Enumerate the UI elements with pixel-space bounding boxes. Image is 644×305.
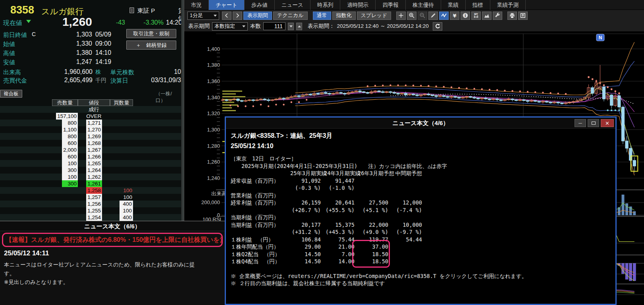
earnings-value: 18.50 bbox=[358, 258, 391, 265]
zoom-in-button[interactable] bbox=[407, 12, 416, 20]
svg-text:1,400: 1,400 bbox=[207, 46, 220, 52]
sell-quantity[interactable]: 300 bbox=[62, 167, 78, 174]
reset-range-button[interactable] bbox=[433, 22, 442, 31]
tab-歩み値[interactable]: 歩み値 bbox=[245, 0, 275, 10]
prev-bar-button[interactable] bbox=[222, 12, 231, 20]
tab-市況[interactable]: 市況 bbox=[184, 0, 209, 10]
add-button[interactable] bbox=[396, 12, 406, 20]
buy-quantity[interactable]: 400 bbox=[120, 201, 133, 207]
open-time: 09:00 bbox=[95, 40, 111, 47]
price-level[interactable]: 1,265 bbox=[86, 160, 102, 167]
price-level[interactable]: 1,254 bbox=[86, 214, 102, 221]
price-level[interactable]: 1,262 bbox=[86, 174, 102, 180]
earnings-value bbox=[391, 184, 425, 192]
earnings-value: (+9.0 %) bbox=[358, 228, 391, 236]
info-button[interactable]: i bbox=[461, 12, 470, 20]
stock-code: 8358 bbox=[10, 4, 34, 16]
register-symbol-button[interactable]: ＋ 銘柄登録 bbox=[126, 41, 176, 50]
interval-select[interactable]: 1分足 bbox=[187, 12, 219, 20]
period-bar: 表示期間 本数指定 本数 表示期間： 2025/05/12 12:40 ～ 20… bbox=[184, 21, 644, 32]
draw-button[interactable] bbox=[428, 12, 438, 20]
tab-業績予測[interactable]: 業績予測 bbox=[490, 0, 526, 10]
price-level[interactable]: 1,256 bbox=[86, 201, 102, 207]
news-bottom-title[interactable]: ニュース本文（6/6） bbox=[0, 221, 225, 231]
tab-時系列[interactable]: 時系列 bbox=[310, 0, 341, 10]
export-button[interactable] bbox=[518, 12, 528, 20]
tab-株主優待[interactable]: 株主優待 bbox=[406, 0, 441, 10]
earnings-value: 27,500 bbox=[358, 199, 391, 207]
over-price[interactable]: OVER bbox=[78, 113, 110, 120]
tab-ニュース[interactable]: ニュース bbox=[275, 0, 310, 10]
price-level[interactable]: 1,270 bbox=[86, 126, 102, 133]
buy-quantity[interactable]: 400 bbox=[120, 214, 133, 221]
sell-quantity[interactable]: 100 bbox=[62, 160, 78, 167]
buy-quantity[interactable]: 100 bbox=[120, 207, 133, 214]
sell-quantity[interactable]: 157,100 bbox=[56, 113, 78, 120]
earnings-row-label bbox=[231, 207, 290, 214]
currency-button[interactable]: ¥ bbox=[450, 12, 459, 20]
close-button[interactable]: ✕ bbox=[601, 119, 614, 127]
earnings-value: 91,447 bbox=[324, 177, 358, 185]
tab-指標[interactable]: 指標 bbox=[466, 0, 490, 10]
period-mode-select[interactable]: 本数指定 bbox=[212, 22, 248, 31]
next-bar-button[interactable] bbox=[233, 12, 242, 20]
price-level[interactable]: 1,264 bbox=[86, 167, 102, 174]
price-level[interactable]: 1,258 bbox=[86, 187, 102, 194]
maximize-button[interactable] bbox=[588, 119, 599, 127]
price-level[interactable]: 1,268 bbox=[86, 140, 102, 147]
tab-チャート[interactable]: チャート bbox=[209, 0, 245, 10]
minimize-button[interactable]: ─ bbox=[575, 119, 586, 127]
normal-button[interactable]: 通常 bbox=[313, 12, 331, 20]
tab-業績[interactable]: 業績 bbox=[441, 0, 466, 10]
news-headline-highlight: 【速報】スルガ銀、発行済み株式の6.80%・150億円を上限に自社株買いを決議 bbox=[2, 233, 223, 247]
sell-quantity[interactable]: 600 bbox=[62, 153, 78, 160]
sell-quantity[interactable]: 800 bbox=[62, 133, 78, 140]
price-level[interactable]: 1,255 bbox=[86, 207, 102, 214]
price-level[interactable]: 1,266 bbox=[86, 153, 102, 160]
earnings-value: (+45.3 %) bbox=[324, 228, 358, 236]
earnings-value: (+31.2 %) bbox=[290, 228, 324, 236]
zoom-out-button[interactable] bbox=[418, 12, 427, 20]
buy-quantity[interactable]: 100 bbox=[123, 194, 133, 200]
popup-titlebar[interactable]: ニュース本文（4/6） ─ ✕ bbox=[226, 118, 615, 129]
count-increment-button[interactable] bbox=[296, 23, 302, 30]
turnover-unit: 千円 bbox=[95, 77, 106, 84]
technical-button[interactable]: テクニカル bbox=[273, 12, 308, 20]
bar-count-input[interactable] bbox=[263, 22, 285, 30]
price-level[interactable]: 1,257 bbox=[86, 194, 102, 201]
orderbook-row: 1,258100 bbox=[0, 187, 181, 194]
sell-quantity[interactable]: 1,100 bbox=[62, 126, 78, 133]
sell-quantity[interactable]: 2,000 bbox=[62, 147, 78, 153]
orderbook-header-売数量: 売数量 bbox=[52, 99, 78, 106]
display-period-button[interactable]: 表示期間 bbox=[243, 12, 272, 20]
price-level[interactable]: 1,271 bbox=[86, 120, 102, 126]
settings-button[interactable] bbox=[493, 12, 502, 20]
sell-quantity[interactable]: 600 bbox=[62, 140, 78, 147]
composite-board-button[interactable]: 複合板 bbox=[0, 90, 22, 98]
print-button[interactable] bbox=[507, 12, 517, 20]
tab-四季報[interactable]: 四季報 bbox=[376, 0, 406, 10]
document-icon[interactable] bbox=[129, 7, 135, 15]
svg-text:1,280: 1,280 bbox=[207, 143, 220, 149]
line-mode-button[interactable] bbox=[439, 12, 449, 20]
indexed-button[interactable]: 指数化 bbox=[332, 12, 356, 20]
spread-button[interactable]: スプレッド bbox=[357, 12, 391, 20]
tab-適時開示[interactable]: 適時開示 bbox=[340, 0, 376, 10]
earnings-value: 119.77 bbox=[358, 236, 391, 243]
orderbook-row: 8001,269 bbox=[0, 133, 181, 140]
earnings-value: 20,641 bbox=[324, 199, 358, 207]
price-level[interactable]: 1,269 bbox=[86, 133, 102, 140]
news-headline[interactable]: 【速報】スルガ銀、発行済み株式の6.80%・150億円を上限に自社株買いを決議 bbox=[3, 234, 222, 246]
price-level[interactable]: 1,261 bbox=[86, 180, 102, 187]
buy-quantity[interactable]: 100 bbox=[123, 187, 133, 193]
sell-quantity[interactable]: 800 bbox=[62, 120, 78, 126]
trade-caution-button[interactable]: 取引注意・規制 bbox=[126, 29, 176, 38]
sell-quantity[interactable]: 300 bbox=[62, 180, 78, 187]
market-order-row[interactable]: 成行 bbox=[78, 106, 110, 113]
my-indicator-button[interactable]: MY bbox=[471, 12, 481, 20]
count-decrement-button[interactable] bbox=[288, 23, 294, 30]
sell-quantity[interactable]: 100 bbox=[62, 174, 78, 180]
area-chart-button[interactable] bbox=[482, 12, 492, 20]
price-change-pct: -3.30% bbox=[135, 19, 164, 26]
price-level[interactable]: 1,267 bbox=[86, 147, 102, 153]
